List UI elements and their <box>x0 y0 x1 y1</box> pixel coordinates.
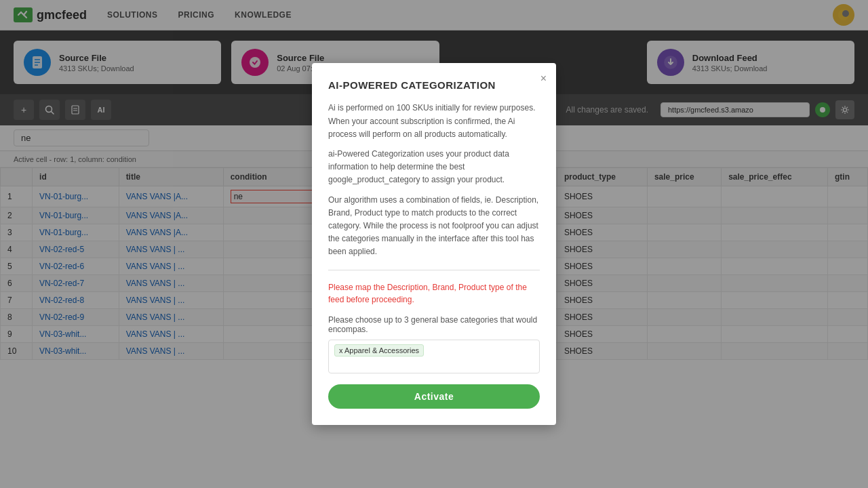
modal-choose-label: Please choose up to 3 general base categ… <box>328 315 540 334</box>
modal-title: AI-POWERED CATEGORIZATION <box>328 79 540 91</box>
modal-warning-text: Please map the Description, Brand, Produ… <box>328 281 540 306</box>
category-tags-input[interactable]: x Apparel & Accessories <box>328 340 540 373</box>
modal-text-1: Ai is performed on 100 SKUs initially fo… <box>328 102 540 141</box>
modal-divider <box>328 270 540 270</box>
modal-section-1: Ai is performed on 100 SKUs initially fo… <box>328 102 540 258</box>
modal-overlay[interactable]: × AI-POWERED CATEGORIZATION Ai is perfor… <box>0 0 868 488</box>
tag-label: x Apparel & Accessories <box>339 346 419 354</box>
activate-button[interactable]: Activate <box>328 384 540 409</box>
apparel-tag[interactable]: x Apparel & Accessories <box>334 344 424 357</box>
modal-close-button[interactable]: × <box>540 73 547 85</box>
ai-categorization-modal: × AI-POWERED CATEGORIZATION Ai is perfor… <box>312 63 556 424</box>
modal-text-2: ai-Powered Categorization uses your prod… <box>328 148 540 187</box>
modal-text-3: Our algorithm uses a combination of fiel… <box>328 194 540 259</box>
